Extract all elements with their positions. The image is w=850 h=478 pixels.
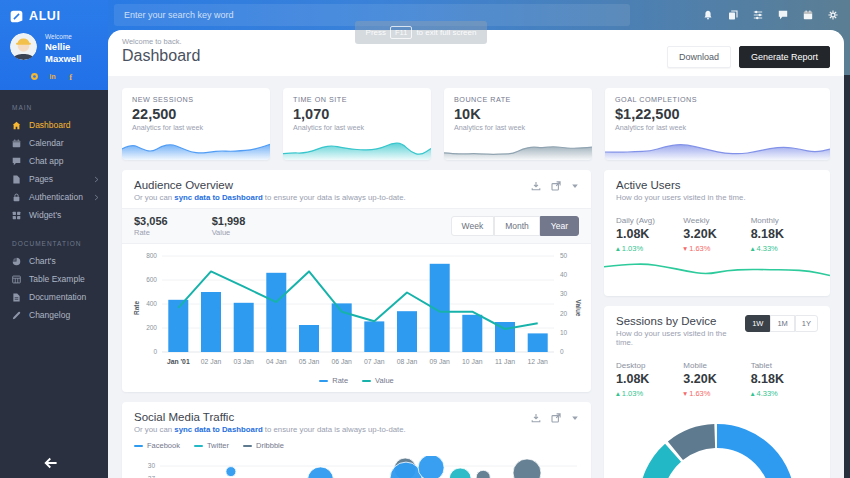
download-button[interactable]: Download	[667, 46, 731, 68]
svg-text:20: 20	[560, 310, 568, 317]
sidebar-collapse-button[interactable]	[44, 456, 58, 470]
card-title: Social Media Traffic	[134, 411, 406, 423]
social-media-traffic-card: Social Media Traffic Or you can sync dat…	[122, 402, 591, 478]
avatar[interactable]	[10, 33, 37, 60]
svg-text:600: 600	[146, 276, 157, 283]
dashboard-page: Press F11 to exit full screen ALUI	[0, 0, 850, 478]
svg-text:0: 0	[153, 348, 157, 355]
chevron-down-icon[interactable]	[571, 182, 579, 190]
svg-text:400: 400	[146, 300, 157, 307]
range-month-button[interactable]: Month	[494, 216, 540, 236]
sidebar-item-authentication[interactable]: Authentication	[0, 188, 108, 206]
card-subtitle: How do your users visited in the time.	[616, 329, 745, 347]
stat-title: NEW SESSIONS	[132, 95, 260, 104]
scrollbar[interactable]	[844, 75, 850, 478]
card-subtitle: How do your users visited in the time.	[616, 193, 746, 202]
legend-facebook[interactable]: Facebook	[134, 441, 180, 450]
download-icon[interactable]	[531, 181, 541, 191]
sparkline-chart	[444, 136, 592, 160]
sliders-icon[interactable]	[753, 10, 763, 20]
sync-data-link[interactable]: sync data to Dashboard	[174, 425, 262, 434]
sidebar-item-widgets[interactable]: Widget's	[0, 206, 108, 224]
stat-delta: ▾ 1.63%	[683, 389, 750, 398]
stat-monthly: Monthly 8.18K ▴ 4.33%	[751, 216, 818, 253]
stat-value: $1,22,500	[615, 106, 820, 122]
rate-value: $3,056	[134, 215, 168, 227]
range-1y-button[interactable]: 1Y	[795, 315, 818, 332]
files-icon[interactable]	[728, 10, 738, 20]
stat-mobile: Mobile 3.20K ▾ 1.63%	[683, 361, 750, 398]
stat-subtitle: Analytics for last week	[454, 123, 582, 132]
stat-desktop: Desktop 1.08K ▴ 1.03%	[616, 361, 683, 398]
svg-text:06 Jan: 06 Jan	[331, 358, 352, 365]
stat-subtitle: Analytics for last week	[132, 123, 260, 132]
stat-subtitle: Analytics for last week	[293, 123, 421, 132]
page-title: Dashboard	[122, 47, 200, 65]
svg-text:in: in	[50, 73, 56, 80]
svg-text:Value: Value	[575, 300, 582, 317]
chevron-down-icon[interactable]	[571, 414, 579, 422]
sidebar-item-table-example[interactable]: Table Example	[0, 270, 108, 288]
range-year-button[interactable]: Year	[540, 216, 579, 236]
sidebar-item-documentation[interactable]: Documentation	[0, 288, 108, 306]
sidebar-menu: MAIN Dashboard Calendar Chat app Pages A…	[0, 90, 108, 478]
external-link-icon[interactable]	[551, 413, 561, 423]
google-plus-icon[interactable]	[30, 72, 39, 81]
sidebar-item-dashboard[interactable]: Dashboard	[0, 116, 108, 134]
sidebar-header: ALUI Welcome Nellie Maxwell	[0, 0, 108, 90]
sync-data-link[interactable]: sync data to Dashboard	[174, 193, 262, 202]
calendar-icon[interactable]	[803, 10, 813, 20]
gear-icon[interactable]	[828, 10, 838, 20]
active-users-line-chart	[604, 255, 830, 289]
stat-value: 8.18K	[751, 372, 818, 386]
facebook-icon[interactable]: f	[66, 72, 75, 81]
range-week-button[interactable]: Week	[451, 216, 495, 236]
menu-section-documentation: DOCUMENTATION	[0, 234, 108, 252]
calendar-icon	[12, 139, 21, 148]
stat-card-bounce-rate: BOUNCE RATE 10K Analytics for last week	[444, 88, 592, 160]
sidebar-item-changelog[interactable]: Changelog	[0, 306, 108, 324]
sidebar-item-pages[interactable]: Pages	[0, 170, 108, 188]
stat-delta: ▴ 4.33%	[751, 389, 818, 398]
sidebar-item-chat-app[interactable]: Chat app	[0, 152, 108, 170]
svg-text:40: 40	[560, 271, 568, 278]
svg-text:09 Jan: 09 Jan	[429, 358, 450, 365]
subtitle-text: to ensure your data is always up-to-date…	[263, 193, 406, 202]
sidebar: ALUI Welcome Nellie Maxwell	[0, 0, 108, 478]
chat-icon[interactable]	[778, 10, 788, 20]
legend-rate[interactable]: Rate	[319, 376, 348, 385]
sidebar-item-charts[interactable]: Chart's	[0, 252, 108, 270]
stat-value: 1,070	[293, 106, 421, 122]
lock-icon	[12, 193, 21, 202]
subtitle-text: Or you can	[134, 193, 174, 202]
svg-text:30: 30	[148, 462, 156, 469]
brand[interactable]: ALUI	[10, 6, 98, 26]
generate-report-button[interactable]: Generate Report	[739, 46, 830, 68]
sidebar-item-label: Table Example	[29, 274, 85, 284]
external-link-icon[interactable]	[551, 181, 561, 191]
stat-delta: ▴ 4.33%	[751, 244, 818, 253]
svg-text:03 Jan: 03 Jan	[233, 358, 254, 365]
legend-dribbble[interactable]: Dribbble	[243, 441, 284, 450]
stat-label: Daily (Avg)	[616, 216, 683, 225]
active-users-card: Active Users How do your users visited i…	[604, 170, 830, 296]
stat-title: GOAL COMPLETIONS	[615, 95, 820, 104]
linkedin-icon[interactable]: in	[48, 72, 57, 81]
user-name: Nellie Maxwell	[45, 41, 97, 65]
legend-value[interactable]: Value	[362, 376, 394, 385]
svg-text:04 Jan: 04 Jan	[266, 358, 287, 365]
legend-label: Rate	[332, 376, 348, 385]
stat-value: 1.08K	[616, 372, 683, 386]
bell-icon[interactable]	[703, 10, 713, 20]
sidebar-item-calendar[interactable]: Calendar	[0, 134, 108, 152]
range-1m-button[interactable]: 1M	[770, 315, 794, 332]
sidebar-item-label: Authentication	[29, 192, 83, 202]
welcome-label: Welcome	[45, 33, 97, 41]
chart-legend: Rate Value	[122, 374, 591, 392]
pencil-icon	[12, 311, 21, 320]
range-1w-button[interactable]: 1W	[745, 315, 770, 332]
toast-suffix: to exit full screen	[416, 28, 476, 37]
svg-text:12 Jan: 12 Jan	[527, 358, 548, 365]
legend-twitter[interactable]: Twitter	[194, 441, 229, 450]
download-icon[interactable]	[531, 413, 541, 423]
